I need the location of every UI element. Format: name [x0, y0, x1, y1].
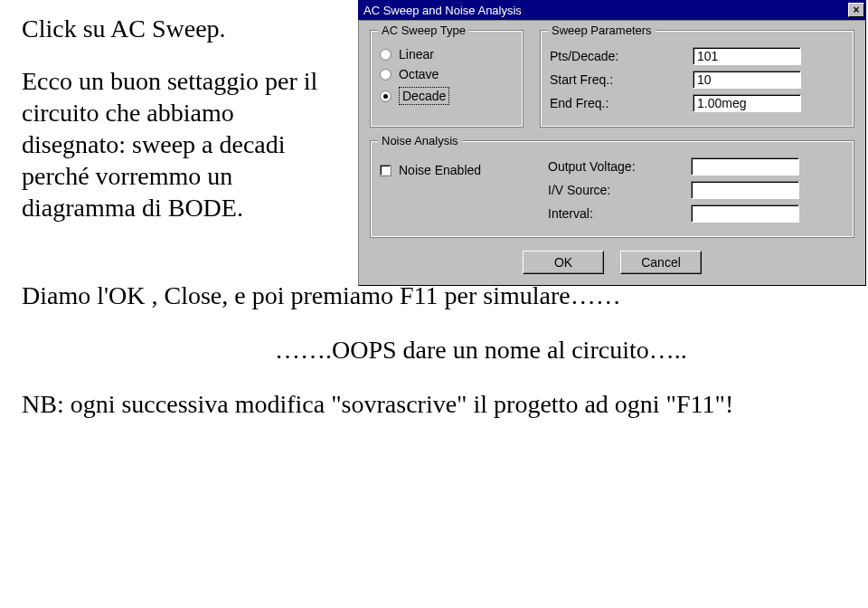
label-pts-decade: Pts/Decade:	[550, 49, 685, 63]
label-interval: Interval:	[548, 206, 684, 221]
dialog-body: AC Sweep Type Linear Octave Decade Sweep…	[358, 20, 866, 286]
checkbox-label: Noise Enabled	[399, 163, 481, 177]
radio-octave[interactable]: Octave	[380, 67, 514, 81]
checkbox-noise-enabled[interactable]: Noise Enabled	[380, 163, 526, 177]
groupbox-legend-noise: Noise Analysis	[378, 134, 462, 147]
label-iv-source: I/V Source:	[548, 183, 684, 197]
radio-icon	[380, 49, 392, 61]
paragraph-settings-desc: Ecco un buon settaggio per il circuito c…	[22, 65, 338, 223]
input-iv-source[interactable]	[691, 181, 799, 199]
input-start-freq[interactable]: 10	[693, 71, 801, 89]
dialog-titlebar[interactable]: AC Sweep and Noise Analysis ×	[358, 0, 866, 20]
radio-icon	[380, 90, 392, 102]
input-end-freq[interactable]: 1.00meg	[693, 94, 801, 112]
close-button[interactable]: ×	[848, 3, 864, 17]
close-icon: ×	[853, 4, 859, 16]
radio-icon	[380, 69, 392, 81]
radio-decade[interactable]: Decade	[380, 87, 514, 105]
label-end-freq: End Freq.:	[550, 96, 685, 110]
input-interval[interactable]	[691, 204, 799, 223]
label-output-voltage: Output Voltage:	[548, 159, 684, 174]
paragraph-oops: …….OOPS dare un nome al circuito…..	[22, 336, 846, 365]
groupbox-sweep-parameters: Sweep Parameters Pts/Decade: 101 Start F…	[540, 30, 854, 128]
dialog-title: AC Sweep and Noise Analysis	[363, 4, 522, 17]
paragraph-nb: NB: ogni successiva modifica "sovrascriv…	[22, 390, 846, 419]
input-output-voltage[interactable]	[691, 157, 799, 176]
groupbox-legend-sweep-type: AC Sweep Type	[378, 24, 469, 37]
checkbox-icon	[380, 165, 392, 176]
groupbox-legend-params: Sweep Parameters	[548, 24, 656, 37]
groupbox-noise-analysis: Noise Analysis Noise Enabled Output Volt…	[370, 140, 854, 238]
radio-label: Octave	[399, 67, 439, 81]
input-pts-decade[interactable]: 101	[693, 47, 801, 65]
ok-button[interactable]: OK	[523, 251, 604, 274]
ac-sweep-dialog: AC Sweep and Noise Analysis × AC Sweep T…	[358, 0, 866, 286]
radio-label: Decade	[399, 87, 449, 105]
radio-linear[interactable]: Linear	[380, 47, 514, 62]
cancel-button[interactable]: Cancel	[620, 251, 702, 274]
label-start-freq: Start Freq.:	[550, 72, 685, 87]
radio-label: Linear	[399, 47, 434, 62]
groupbox-sweep-type: AC Sweep Type Linear Octave Decade	[370, 30, 524, 128]
